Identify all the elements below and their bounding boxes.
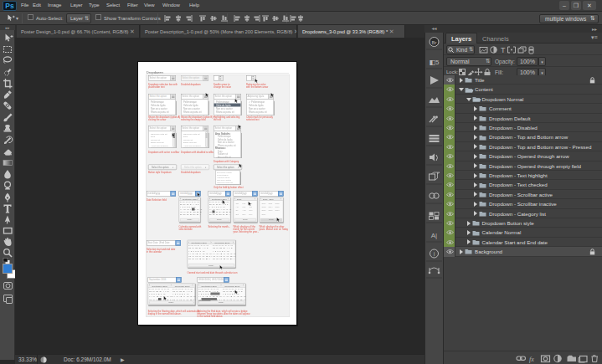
svg-text:fx: fx	[529, 356, 534, 363]
svg-text:Br: Br	[432, 40, 437, 45]
svg-text:i: i	[434, 251, 435, 257]
svg-text:◧5: ◧5	[429, 59, 440, 66]
svg-text:A|: A|	[431, 232, 437, 239]
svg-text:T: T	[501, 46, 506, 54]
